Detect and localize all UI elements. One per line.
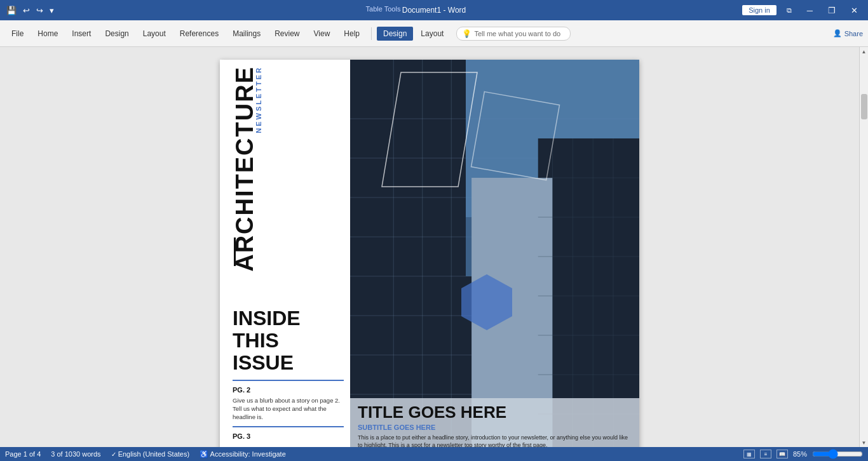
table-tools-label: Table Tools (366, 5, 401, 13)
tab-insert[interactable]: Insert (65, 27, 97, 41)
building-svg (350, 60, 639, 447)
section-divider (233, 380, 344, 381)
scrollbar-thumb[interactable] (861, 94, 867, 119)
save-icon[interactable]: 💾 (5, 6, 18, 15)
maximize-button[interactable]: ❐ (823, 6, 841, 15)
undo-icon[interactable]: ↩ (22, 6, 31, 15)
svg-rect-1 (350, 60, 480, 447)
accessibility-info[interactable]: ♿ Accessibility: Investigate (200, 450, 286, 458)
web-layout-btn[interactable]: ≡ (760, 450, 771, 458)
accessibility-label: Accessibility: Investigate (210, 450, 286, 458)
check-icon: ✓ (111, 451, 116, 458)
document-title: Document1 - Word (402, 6, 466, 15)
share-label: Share (844, 30, 863, 37)
pg2-label: PG. 2 (233, 386, 344, 394)
scroll-up-arrow[interactable]: ▲ (860, 47, 869, 56)
pg2-description: Give us a blurb about a story on page 2.… (233, 396, 344, 422)
status-right: ▦ ≡ 📖 85% (743, 450, 863, 458)
zoom-level: 85% (793, 450, 807, 458)
inside-line2: THIS (233, 330, 344, 352)
inside-line1: INSIDE (233, 307, 344, 330)
scroll-down-arrow[interactable]: ▼ (860, 438, 869, 447)
tab-design-tt[interactable]: Design (377, 27, 413, 41)
document-page: ARCHITECTURE NEWSLETTER INSIDE THIS ISSU… (220, 60, 639, 447)
read-mode-btn[interactable]: 📖 (776, 450, 788, 458)
print-layout-btn[interactable]: ▦ (743, 450, 755, 458)
vertical-accent-line (234, 237, 236, 266)
inside-title: INSIDE THIS ISSUE (233, 307, 344, 375)
left-column: ARCHITECTURE NEWSLETTER INSIDE THIS ISSU… (220, 60, 350, 447)
body-text: This is a place to put either a headline… (358, 434, 632, 447)
sign-in-button[interactable]: Sign in (742, 5, 776, 15)
document-scroll[interactable]: ARCHITECTURE NEWSLETTER INSIDE THIS ISSU… (0, 47, 859, 447)
architecture-title: ARCHITECTURE (233, 66, 257, 272)
tab-view[interactable]: View (308, 27, 337, 41)
language-indicator: ✓ English (United States) (111, 450, 190, 458)
vertical-scrollbar[interactable]: ▲ ▼ (859, 47, 868, 447)
zoom-slider[interactable] (812, 451, 863, 457)
inside-line3: ISSUE (233, 352, 344, 374)
quick-access-toolbar: 💾 ↩ ↪ ▾ (5, 6, 55, 15)
hero-image: TITLE GOES HERE SUBTITLE GOES HERE This … (350, 60, 639, 447)
accessibility-icon: ♿ (200, 450, 208, 458)
restore-icon[interactable]: ⧉ (782, 6, 797, 15)
status-bar: Page 1 of 4 3 of 1030 words ✓ English (U… (0, 447, 868, 461)
main-title: TITLE GOES HERE (358, 403, 632, 422)
share-button[interactable]: 👤 Share (833, 29, 863, 37)
tell-me-input[interactable]: 💡 Tell me what you want to do (456, 27, 571, 41)
tab-layout[interactable]: Layout (137, 27, 172, 41)
tab-review[interactable]: Review (268, 27, 306, 41)
app-container: 💾 ↩ ↪ ▾ Document1 - Word Table Tools Sig… (0, 0, 868, 461)
inside-this-issue-section: INSIDE THIS ISSUE PG. 2 Give us a blurb … (233, 307, 344, 443)
pg3-label: PG. 3 (233, 432, 344, 440)
newsletter-label: NEWSLETTER (255, 66, 262, 133)
minimize-button[interactable]: ─ (802, 6, 818, 15)
customize-icon[interactable]: ▾ (48, 6, 55, 15)
ribbon: File Home Insert Design Layout Reference… (0, 20, 868, 47)
title-bar: 💾 ↩ ↪ ▾ Document1 - Word Table Tools Sig… (0, 0, 868, 20)
page-content: ARCHITECTURE NEWSLETTER INSIDE THIS ISSU… (220, 60, 639, 447)
scrollbar-track[interactable] (860, 56, 868, 438)
tab-design[interactable]: Design (98, 27, 135, 41)
page-info: Page 1 of 4 (5, 450, 41, 458)
tell-me-label: Tell me what you want to do (474, 30, 560, 37)
lightbulb-icon: 💡 (462, 29, 471, 38)
subtitle: SUBTITLE GOES HERE (358, 424, 632, 431)
tab-mailings[interactable]: Mailings (226, 27, 267, 41)
tab-home[interactable]: Home (31, 27, 64, 41)
title-section: TITLE GOES HERE SUBTITLE GOES HERE This … (350, 398, 639, 447)
person-icon: 👤 (833, 29, 842, 37)
language-label: English (United States) (118, 450, 190, 458)
window-controls: Sign in ⧉ ─ ❐ ✕ (742, 5, 863, 15)
section-divider-2 (233, 426, 344, 427)
redo-icon[interactable]: ↪ (35, 6, 44, 15)
close-button[interactable]: ✕ (846, 6, 863, 15)
tab-references[interactable]: References (173, 27, 225, 41)
document-area: ARCHITECTURE NEWSLETTER INSIDE THIS ISSU… (0, 47, 868, 447)
tab-help[interactable]: Help (337, 27, 366, 41)
word-count: 3 of 1030 words (51, 450, 100, 458)
tab-layout-tt[interactable]: Layout (414, 27, 450, 41)
right-column: TITLE GOES HERE SUBTITLE GOES HERE This … (350, 60, 639, 447)
tab-file[interactable]: File (5, 27, 30, 41)
